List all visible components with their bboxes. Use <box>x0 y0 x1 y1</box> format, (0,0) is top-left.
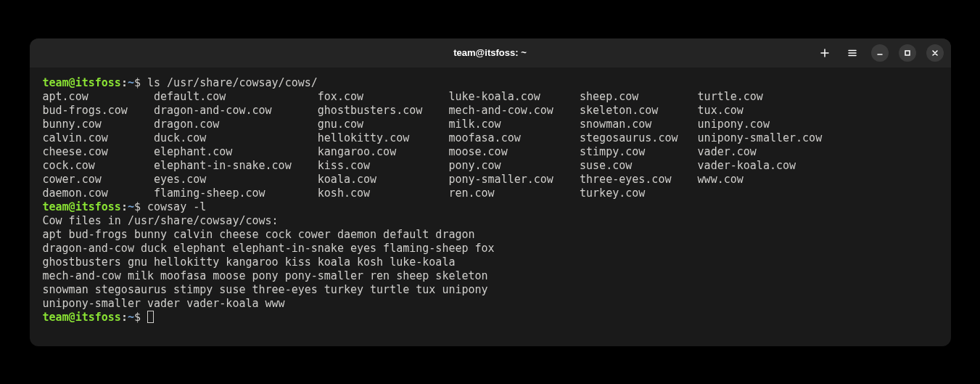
terminal-output[interactable]: team@itsfoss:~$ ls /usr/share/cowsay/cow… <box>30 68 951 346</box>
prompt-userhost: team@itsfoss <box>43 76 121 89</box>
new-tab-button[interactable] <box>816 44 833 62</box>
maximize-button[interactable] <box>899 44 916 62</box>
cowsay-output: apt bud-frogs bunny calvin cheese cock c… <box>43 228 938 311</box>
prompt-path: ~ <box>128 76 134 89</box>
command-2: cowsay -l <box>147 200 206 213</box>
ls-output: apt.cow default.cow fox.cow luke-koala.c… <box>43 90 938 200</box>
close-button[interactable] <box>926 44 944 62</box>
terminal-window: team@itsfoss: ~ team@itsfoss:~$ ls /usr/… <box>30 38 951 346</box>
titlebar-controls <box>816 44 944 62</box>
window-title: team@itsfoss: ~ <box>453 47 526 58</box>
prompt-symbol: $ <box>134 76 141 89</box>
hamburger-menu-icon[interactable] <box>844 44 861 62</box>
cowsay-header: Cow files in /usr/share/cowsay/cows: <box>43 214 279 227</box>
cursor <box>147 311 154 323</box>
titlebar: team@itsfoss: ~ <box>30 38 951 68</box>
minimize-button[interactable] <box>871 44 889 62</box>
command-1: ls /usr/share/cowsay/cows/ <box>147 76 318 89</box>
svg-rect-0 <box>905 51 910 55</box>
